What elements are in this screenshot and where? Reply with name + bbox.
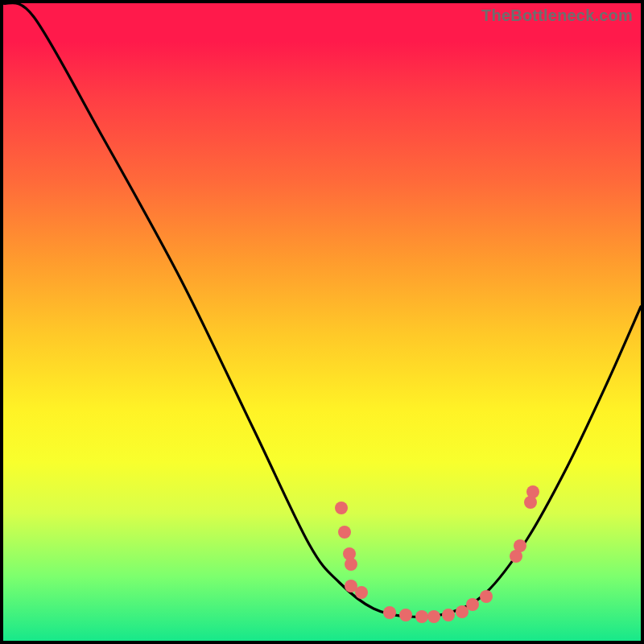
- data-point: [480, 590, 493, 603]
- data-point: [399, 609, 412, 621]
- data-point: [526, 485, 539, 498]
- data-point: [338, 526, 351, 539]
- data-point: [355, 586, 368, 599]
- bottleneck-curve: [3, 2, 641, 617]
- data-point: [466, 598, 479, 611]
- data-point: [456, 605, 469, 618]
- data-point: [335, 502, 348, 514]
- chart-svg: [3, 3, 641, 641]
- data-point: [415, 610, 428, 623]
- data-point: [442, 609, 455, 621]
- data-point: [514, 539, 526, 552]
- data-point: [345, 558, 357, 571]
- data-point: [427, 610, 440, 623]
- chart-frame: TheBottleneck.com: [0, 0, 644, 644]
- data-point: [383, 606, 396, 619]
- scatter-points: [335, 485, 539, 623]
